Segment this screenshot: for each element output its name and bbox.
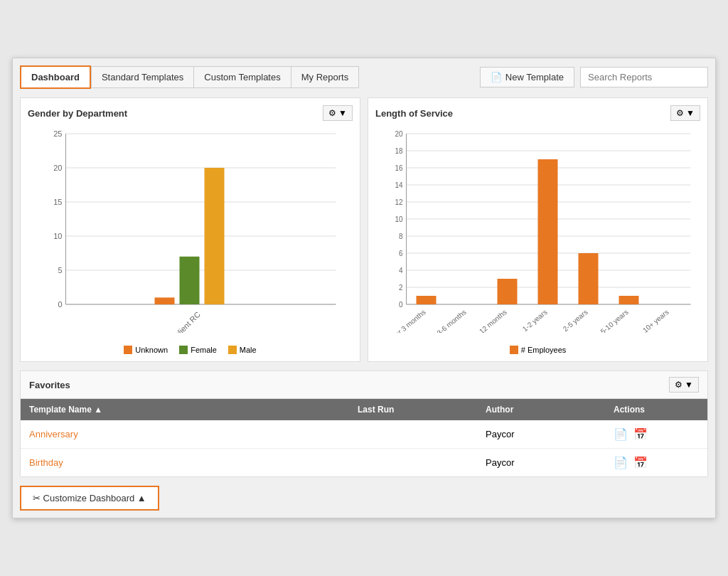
svg-rect-14 (155, 297, 175, 304)
gear-dropdown-arrow: ▼ (338, 108, 347, 118)
gear-icon: ⚙ (328, 108, 336, 118)
charts-row: Gender by Department ⚙ ▼ .axis-label { f… (20, 97, 708, 362)
svg-text:5-10 years: 5-10 years (599, 308, 630, 333)
legend-unknown: Unknown (124, 346, 168, 354)
legend-male-label: Male (240, 346, 257, 354)
chart2-area: .axis-label2 { font-size: 10px; fill: #6… (375, 127, 700, 340)
svg-text:14: 14 (395, 181, 403, 189)
svg-text:10: 10 (53, 232, 62, 240)
tab-custom-templates[interactable]: Custom Templates (194, 66, 291, 88)
legend-employees-label: # Employees (521, 346, 567, 354)
svg-text:6: 6 (399, 250, 403, 257)
row2-author: Paycor (486, 457, 614, 468)
legend-unknown-color (124, 346, 132, 354)
chart2-legend: # Employees (375, 346, 700, 354)
svg-text:25: 25 (53, 129, 62, 138)
svg-text:Perform Benefits Multiclient R: Perform Benefits Multiclient RC (119, 310, 202, 333)
chart2-header: Length of Service ⚙ ▼ (375, 105, 700, 121)
row1-actions: 📄 📅 (614, 427, 699, 441)
svg-text:18: 18 (395, 147, 403, 155)
gear-icon-2: ⚙ (676, 108, 684, 118)
chart-length-of-service: Length of Service ⚙ ▼ .axis-label2 { fon… (368, 97, 708, 362)
gear-dropdown-arrow-2: ▼ (686, 108, 695, 118)
legend-unknown-label: Unknown (135, 346, 168, 354)
svg-text:5: 5 (58, 266, 62, 274)
row2-report-icon[interactable]: 📄 (614, 456, 628, 469)
svg-text:3-6 months: 3-6 months (435, 308, 467, 333)
svg-text:15: 15 (53, 198, 62, 206)
legend-female: Female (179, 346, 217, 354)
svg-text:1-2 years: 1-2 years (521, 308, 549, 333)
top-nav: Dashboard Standard Templates Custom Temp… (20, 65, 708, 89)
tab-my-reports[interactable]: My Reports (291, 66, 359, 88)
svg-text:10+ years: 10+ years (641, 308, 670, 333)
legend-female-color (179, 346, 188, 354)
favorites-title: Favorites (29, 380, 70, 390)
row1-schedule-icon[interactable]: 📅 (633, 427, 648, 441)
row2-schedule-icon[interactable]: 📅 (633, 456, 648, 469)
svg-text:2: 2 (399, 284, 403, 292)
row1-author: Paycor (486, 429, 614, 439)
chart2-title: Length of Service (375, 108, 453, 119)
svg-text:20: 20 (53, 164, 62, 172)
col-author: Author (486, 405, 614, 415)
chart1-gear-button[interactable]: ⚙ ▼ (323, 105, 353, 121)
customize-dashboard-area: ✂ Customize Dashboard ▲ (20, 486, 708, 511)
favorites-gear-icon: ⚙ (675, 380, 682, 390)
svg-text:2-5 years: 2-5 years (562, 308, 589, 333)
customize-dashboard-button[interactable]: ✂ Customize Dashboard ▲ (20, 486, 159, 511)
svg-text:10: 10 (395, 215, 403, 223)
toolbar: 📄 New Template (480, 67, 708, 87)
row2-template-name[interactable]: Birthday (29, 457, 358, 468)
table-row: Anniversary Paycor 📄 📅 (21, 420, 707, 449)
svg-text:0: 0 (58, 300, 62, 309)
row1-template-name[interactable]: Anniversary (29, 429, 358, 439)
legend-employees-color (510, 346, 518, 354)
chart1-legend: Unknown Female Male (28, 346, 353, 354)
chart1-area: .axis-label { font-size: 11px; fill: #66… (28, 127, 353, 340)
legend-female-label: Female (191, 346, 217, 354)
search-input[interactable] (580, 67, 708, 87)
svg-rect-43 (498, 279, 518, 304)
svg-text:6-12 months: 6-12 months (473, 308, 508, 333)
favorites-gear-button[interactable]: ⚙ ▼ (669, 377, 699, 393)
chart1-header: Gender by Department ⚙ ▼ (28, 105, 353, 121)
favorites-table-header: Template Name ▲ Last Run Author Actions (21, 399, 707, 420)
legend-male: Male (228, 346, 257, 354)
row2-actions: 📄 📅 (614, 456, 699, 469)
svg-rect-45 (579, 253, 599, 304)
svg-text:8: 8 (399, 233, 403, 240)
svg-text:0: 0 (399, 301, 403, 309)
table-row: Birthday Paycor 📄 📅 (21, 449, 707, 476)
col-actions: Actions (614, 405, 699, 415)
chart-gender-by-department: Gender by Department ⚙ ▼ .axis-label { f… (20, 97, 360, 362)
legend-male-color (228, 346, 237, 354)
svg-rect-46 (619, 296, 639, 304)
legend-employees: # Employees (510, 346, 567, 354)
svg-rect-16 (205, 168, 225, 304)
col-last-run: Last Run (358, 405, 486, 415)
favorites-gear-arrow: ▼ (685, 380, 693, 390)
svg-text:12: 12 (395, 198, 403, 206)
chart1-title: Gender by Department (28, 108, 127, 119)
row1-report-icon[interactable]: 📄 (614, 427, 628, 441)
favorites-section: Favorites ⚙ ▼ Template Name ▲ Last Run A… (20, 370, 708, 477)
svg-text:Under 3 months: Under 3 months (383, 308, 427, 333)
svg-rect-44 (538, 159, 558, 304)
new-template-label: New Template (505, 72, 564, 82)
svg-rect-42 (417, 296, 437, 304)
document-icon: 📄 (491, 72, 502, 82)
svg-text:20: 20 (395, 130, 403, 138)
new-template-button[interactable]: 📄 New Template (480, 67, 574, 87)
favorites-header: Favorites ⚙ ▼ (21, 371, 707, 399)
svg-rect-15 (180, 257, 200, 304)
main-container: Dashboard Standard Templates Custom Temp… (12, 58, 716, 518)
tab-standard-templates[interactable]: Standard Templates (91, 66, 194, 88)
col-template-name: Template Name ▲ (29, 405, 358, 415)
svg-text:16: 16 (395, 164, 403, 172)
chart2-gear-button[interactable]: ⚙ ▼ (670, 105, 700, 121)
svg-text:4: 4 (399, 267, 403, 274)
tab-dashboard[interactable]: Dashboard (20, 65, 91, 89)
